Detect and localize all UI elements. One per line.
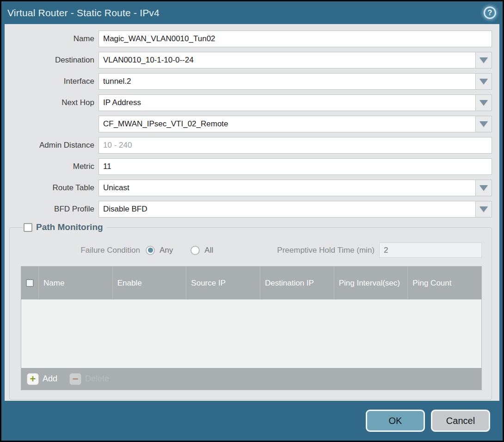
preemptive-hold-time-label: Preemptive Hold Time (min) xyxy=(277,246,379,255)
path-monitoring-checkbox[interactable] xyxy=(24,223,32,232)
delete-button[interactable]: − Delete xyxy=(69,373,109,385)
destination-row: Destination xyxy=(9,52,492,68)
destination-input[interactable] xyxy=(98,52,476,68)
interface-input[interactable] xyxy=(98,73,476,90)
next-hop-address-input[interactable] xyxy=(98,116,476,132)
bfd-profile-row: BFD Profile xyxy=(9,201,492,218)
radio-any-icon xyxy=(146,246,155,255)
route-table-row: Route Table xyxy=(9,180,492,196)
interface-dropdown-button[interactable] xyxy=(476,73,492,90)
name-row: Name xyxy=(9,31,492,47)
chevron-down-icon xyxy=(479,79,488,84)
select-all-cell xyxy=(21,267,38,299)
dialog-title: Virtual Router - Static Route - IPv4 xyxy=(7,7,160,19)
dialog-content: Name Destination Interface Next Hop xyxy=(5,24,499,401)
column-header-name[interactable]: Name xyxy=(38,267,112,299)
chevron-down-icon xyxy=(479,57,488,63)
radio-all-icon xyxy=(191,246,200,255)
bfd-profile-input[interactable] xyxy=(98,201,476,218)
table-header-row: Name Enable Source IP Destination IP Pin… xyxy=(21,267,481,299)
column-header-ping-interval[interactable]: Ping Interval(sec) xyxy=(334,267,408,299)
column-header-destination-ip[interactable]: Destination IP xyxy=(260,267,334,299)
chevron-down-icon xyxy=(479,185,488,191)
table-toolbar: + Add − Delete xyxy=(21,368,481,390)
column-header-source-ip[interactable]: Source IP xyxy=(186,267,260,299)
metric-input[interactable] xyxy=(98,158,492,175)
route-table-dropdown-button[interactable] xyxy=(476,180,492,196)
bfd-profile-dropdown-button[interactable] xyxy=(476,201,492,218)
next-hop-address-row xyxy=(9,116,492,132)
table-body-empty xyxy=(21,299,481,368)
next-hop-dropdown-button[interactable] xyxy=(476,94,492,111)
path-monitoring-title: Path Monitoring xyxy=(36,222,103,232)
failure-condition-label: Failure Condition xyxy=(21,246,146,255)
radio-any-label: Any xyxy=(160,246,173,255)
name-label: Name xyxy=(9,34,98,44)
next-hop-label: Next Hop xyxy=(9,98,98,107)
add-button-label: Add xyxy=(43,374,57,384)
chevron-down-icon xyxy=(479,100,488,106)
plus-icon: + xyxy=(27,373,39,385)
column-header-ping-count[interactable]: Ping Count xyxy=(407,267,481,299)
interface-row: Interface xyxy=(9,73,492,90)
admin-distance-row: Admin Distance xyxy=(9,137,492,154)
metric-row: Metric xyxy=(9,158,492,175)
bfd-profile-label: BFD Profile xyxy=(9,205,98,214)
ok-button[interactable]: OK xyxy=(366,410,425,432)
next-hop-type-input[interactable] xyxy=(98,94,476,111)
radio-option-any[interactable]: Any xyxy=(146,246,173,255)
static-route-dialog: Virtual Router - Static Route - IPv4 ? N… xyxy=(0,0,504,442)
destination-dropdown-button[interactable] xyxy=(476,52,492,68)
destination-label: Destination xyxy=(9,56,98,65)
dialog-footer: OK Cancel xyxy=(1,401,503,441)
cancel-button[interactable]: Cancel xyxy=(431,410,490,432)
failure-condition-radio-group: Any All xyxy=(146,246,213,255)
admin-distance-label: Admin Distance xyxy=(9,141,98,150)
failure-condition-row: Failure Condition Any All Preemptive Hol… xyxy=(21,243,482,258)
help-icon[interactable]: ? xyxy=(484,6,496,19)
chevron-down-icon xyxy=(479,121,488,127)
next-hop-row: Next Hop xyxy=(9,94,492,111)
dialog-titlebar: Virtual Router - Static Route - IPv4 ? xyxy=(1,1,503,24)
minus-icon: − xyxy=(69,373,81,385)
select-all-checkbox[interactable] xyxy=(26,279,34,287)
radio-all-label: All xyxy=(204,246,213,255)
interface-label: Interface xyxy=(9,77,98,86)
path-monitoring-legend: Path Monitoring xyxy=(23,222,107,232)
metric-label: Metric xyxy=(9,162,98,171)
route-table-label: Route Table xyxy=(9,183,98,193)
preemptive-hold-time-input[interactable] xyxy=(379,243,482,258)
name-input[interactable] xyxy=(98,31,492,47)
route-table-input[interactable] xyxy=(98,180,476,196)
delete-button-label: Delete xyxy=(85,374,109,384)
admin-distance-input[interactable] xyxy=(98,137,492,154)
path-monitoring-table: Name Enable Source IP Destination IP Pin… xyxy=(21,266,482,390)
radio-option-all[interactable]: All xyxy=(191,246,213,255)
path-monitoring-section: Path Monitoring Failure Condition Any Al… xyxy=(9,222,492,400)
add-button[interactable]: + Add xyxy=(27,373,57,385)
chevron-down-icon xyxy=(479,206,488,212)
column-header-enable[interactable]: Enable xyxy=(112,267,186,299)
next-hop-address-dropdown-button[interactable] xyxy=(476,116,492,132)
